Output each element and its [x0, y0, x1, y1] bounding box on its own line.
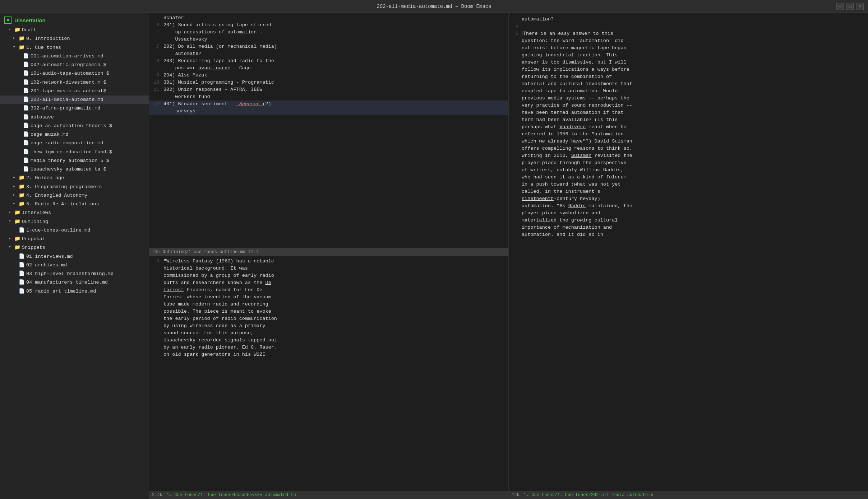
right-code-lines: automation? 4 5 There is an easy answer …	[512, 14, 865, 240]
sidebar-item-05-radio-art[interactable]: ▸ 📄 05 radio art timeline.md	[0, 287, 149, 296]
sidebar-item-04-manufacturers[interactable]: ▸ 📄 04 manufacturers timeline.md	[0, 278, 149, 287]
sidebar-item-programming[interactable]: ▸ 📁 3. Programming programmers	[0, 183, 149, 191]
sidebar-item-cage-muzak[interactable]: ▸ 📄 cage muzak.md	[0, 130, 149, 139]
right-line-top: automation?	[512, 16, 865, 23]
right-status-size: 12k	[512, 493, 520, 498]
sidebar-item-cage-auto[interactable]: ▸ 📄 cage as automation theoris $	[0, 122, 149, 130]
sidebar-item-draft[interactable]: ▾ 📁 Draft	[0, 26, 149, 34]
outline-linecount: 735	[152, 249, 160, 255]
window-title: 202-all-media-automate.md – Doom Emacs	[377, 4, 491, 9]
sidebar-item-01-interviews[interactable]: ▸ 📄 01 interviews.md	[0, 252, 149, 261]
maximize-button[interactable]: □	[846, 3, 854, 10]
sidebar-item-101[interactable]: ▸ 📄 101-audio-tape-automation $	[0, 69, 149, 78]
outline-file: Outlining/1-cue-tones-outline.md	[163, 249, 245, 255]
right-line-5: 5 There is an easy answer to this questi…	[512, 30, 865, 238]
sidebar-item-entangled[interactable]: ▸ 📁 4. Entangled Autonomy	[0, 191, 149, 200]
sidebar-item-cue-tones[interactable]: ▾ 📁 1. Cue tones	[0, 43, 149, 52]
sidebar-item-102[interactable]: ▸ 📄 102-network-divestment.m $	[0, 78, 149, 87]
sidebar: ■ Dissertation ▾ 📁 Draft ▸ 📁 0. Introduc…	[0, 13, 149, 499]
main-layout: ■ Dissertation ▾ 📁 Draft ▸ 📁 0. Introduc…	[0, 13, 868, 499]
sidebar-item-interviews[interactable]: ▸ 📁 Interviews	[0, 209, 149, 217]
close-button[interactable]: ✕	[857, 3, 864, 10]
sidebar-item-autosave[interactable]: ▸ 📄 autosave	[0, 113, 149, 122]
sidebar-item-outlining[interactable]: ▾ 📁 Outlining	[0, 218, 149, 226]
sidebar-item-snippets[interactable]: ▾ 📁 Snippets	[0, 243, 149, 252]
sidebar-item-001[interactable]: ▸ 📄 001-automation-arrives.md	[0, 52, 149, 61]
left-editor-pane: Schafer 6 201) Sound artists using tape …	[149, 13, 509, 499]
left-lower-code-lines: 3 "Wireless Fantasy (1960) has a notable…	[149, 256, 508, 360]
right-editor-content[interactable]: automation? 4 5 There is an easy answer …	[509, 13, 868, 491]
left-line-schafer: Schafer	[149, 14, 508, 22]
right-editor-pane: automation? 4 5 There is an easy answer …	[509, 13, 868, 499]
right-line-4: 4	[512, 23, 865, 30]
left-statusbar: 2.4k 1. Cue tones/1. Cue tones/Ussachevs…	[149, 491, 508, 499]
sidebar-title: ■ Dissertation	[0, 14, 149, 26]
left-editor-content[interactable]: Schafer 6 201) Sound artists using tape …	[149, 13, 508, 248]
sidebar-item-proposal[interactable]: ▸ 📁 Proposal	[0, 235, 149, 243]
outline-statusbar: 735 Outlining/1-cue-tones-outline.md 12:…	[149, 248, 508, 256]
sidebar-item-radio[interactable]: ▸ 📁 5. Radio Re-Articulations	[0, 200, 149, 209]
sidebar-item-intro[interactable]: ▸ 📁 0. Introduction	[0, 34, 149, 43]
titlebar: 202-all-media-automate.md – Doom Emacs ─…	[0, 0, 868, 13]
right-statusbar: 12k 1. Cue tones/1. Cue tones/202-all-me…	[509, 491, 868, 499]
left-line-8: 8 203) Reconciling tape and radio to the…	[149, 57, 508, 72]
sidebar-item-002[interactable]: ▸ 📄 002-automatic-programmin $	[0, 61, 149, 69]
right-status-path: 1. Cue tones/1. Cue tones/202-all-media-…	[524, 493, 653, 498]
left-code-lines: Schafer 6 201) Sound artists using tape …	[149, 13, 508, 116]
left-line-7: 7 202) Do all media (or mechanical media…	[149, 43, 508, 57]
sidebar-item-media-theory[interactable]: ▸ 📄 media theory automation 5 $	[0, 157, 149, 165]
sidebar-item-202[interactable]: ▸ 📄 202-all-media-automate.md	[0, 95, 149, 104]
sidebar-item-cage-radio[interactable]: ▸ 📄 cage radio composition.md	[0, 139, 149, 148]
left-line-10: 10 301) Musical programming - Programati…	[149, 79, 508, 86]
minimize-button[interactable]: ─	[836, 3, 844, 10]
left-lower-content[interactable]: 3 "Wireless Fantasy (1960) has a notable…	[149, 256, 508, 491]
sidebar-item-ussachevsky[interactable]: ▸ 📄 Ussachevsky automated ta $	[0, 165, 149, 174]
left-line-12: 12 401) Broader sentiment - _Sponsor_(?)…	[149, 101, 508, 115]
editor-area: Schafer 6 201) Sound artists using tape …	[149, 13, 868, 499]
sidebar-item-201[interactable]: ▸ 📄 201-tape-music-as-automat$	[0, 87, 149, 95]
left-line-9: 9 204) Also Muzak	[149, 72, 508, 79]
sidebar-item-ibew[interactable]: ▸ 📄 ibew igm re-education fund.$	[0, 148, 149, 157]
sidebar-item-02-archives[interactable]: ▸ 📄 02 archives.md	[0, 261, 149, 270]
sidebar-item-cue-outline[interactable]: ▸ 📄 1-cue-tones-outline.md	[0, 226, 149, 235]
left-lower-line-3: 3 "Wireless Fantasy (1960) has a notable…	[149, 258, 508, 358]
left-line-11: 11 302) Union responses - AFTRA, IBEW wo…	[149, 86, 508, 101]
outline-position: 12:4	[248, 249, 259, 255]
window-controls: ─ □ ✕	[836, 3, 864, 10]
left-status-path: 1. Cue tones/1. Cue tones/Ussachevsky au…	[167, 493, 296, 498]
left-status-size: 2.4k	[152, 493, 162, 498]
left-line-6: 6 201) Sound artists using tape stirred …	[149, 22, 508, 43]
dissertation-icon: ■	[4, 17, 11, 24]
sidebar-item-302[interactable]: ▸ 📄 302-aftra-programatic.md	[0, 104, 149, 113]
sidebar-item-03-brainstorm[interactable]: ▸ 📄 03 high-level brainstorming.md	[0, 270, 149, 278]
sidebar-item-golden-age[interactable]: ▸ 📁 2. Golden age	[0, 174, 149, 182]
